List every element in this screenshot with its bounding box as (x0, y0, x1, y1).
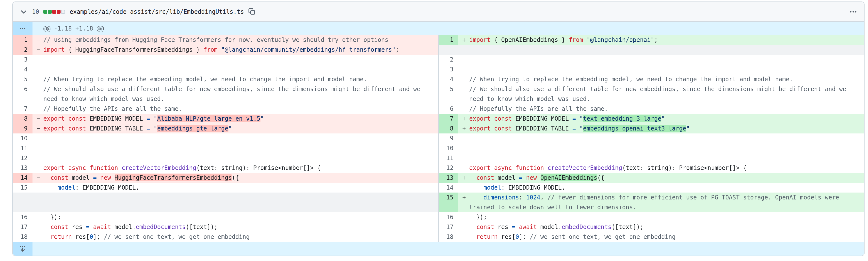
right-pane-line: 12export async function createVectorEmbe… (438, 163, 864, 173)
line-number[interactable]: 17 (439, 222, 458, 232)
left-pane-line: 2−import { HuggingFaceTransformersEmbedd… (13, 45, 438, 55)
diff-row: 109 (13, 134, 864, 143)
diff-sign (32, 212, 43, 222)
line-number[interactable]: 4 (439, 75, 458, 84)
code-text: model: EMBEDDING_MODEL, (43, 183, 438, 193)
right-pane-line: 9 (438, 134, 864, 143)
diff-page: 10 examples/ai/code_assist/src/lib/Embed… (0, 1, 868, 261)
line-number[interactable]: 1 (439, 35, 458, 45)
line-number[interactable]: 4 (13, 64, 32, 75)
code-text: // We should also use a different table … (469, 84, 864, 94)
left-pane-line: 15 model: EMBEDDING_MODEL, (13, 183, 438, 193)
code-text: need to know which model was used. (43, 94, 438, 104)
line-number[interactable]: 5 (13, 75, 32, 84)
line-number[interactable]: 7 (13, 104, 32, 114)
left-pane-line: 11 (13, 143, 438, 153)
line-number[interactable]: 6 (439, 104, 458, 114)
code-text: const res = await model.embedDocuments([… (469, 222, 864, 232)
chevron-down-icon[interactable] (20, 8, 28, 16)
line-number[interactable]: 18 (13, 232, 32, 242)
diff-sign: − (32, 114, 43, 124)
line-number[interactable]: 15 (13, 183, 32, 193)
line-number[interactable]: 17 (13, 222, 32, 232)
code-text: export const EMBEDDING_TABLE = "embeddin… (469, 124, 864, 134)
line-number[interactable]: 13 (439, 173, 458, 183)
line-number[interactable]: 14 (439, 183, 458, 193)
right-pane-line: 6// Hopefully the APIs are all the same. (438, 104, 864, 114)
left-pane-line: 9−export const EMBEDDING_TABLE = "embedd… (13, 124, 438, 134)
code-text: }); (43, 212, 438, 222)
code-text (43, 134, 438, 143)
diff-sign: + (458, 35, 469, 45)
diff-sign: + (458, 114, 469, 124)
line-number[interactable]: 15 (439, 193, 458, 202)
line-number (439, 94, 458, 104)
expand-row (13, 242, 864, 256)
diff-sign (458, 143, 469, 153)
diff-sign: − (32, 173, 43, 183)
code-text (43, 153, 438, 163)
line-number[interactable]: 6 (13, 84, 32, 94)
left-pane-line: 7// Hopefully the APIs are all the same. (13, 104, 438, 114)
diff-row: 15+ dimensions: 1024, // fewer dimension… (13, 193, 864, 202)
diff-row: 5// When trying to replace the embedding… (13, 75, 864, 84)
line-number[interactable]: 5 (439, 84, 458, 94)
code-text: const res = await model.embedDocuments([… (43, 222, 438, 232)
code-text: // When trying to replace the embedding … (43, 75, 438, 84)
diff-stat-square-addition (48, 9, 52, 13)
diff-row: 17 const res = await model.embedDocument… (13, 222, 864, 232)
diff-sign (32, 232, 43, 242)
code-text: return res[0]; // we sent one text, we g… (43, 232, 438, 242)
code-text: export async function createVectorEmbedd… (43, 163, 438, 173)
code-text (469, 153, 864, 163)
line-number[interactable]: 8 (439, 124, 458, 134)
line-number[interactable]: 7 (439, 114, 458, 124)
kebab-horizontal-icon[interactable] (849, 8, 857, 16)
line-number[interactable]: 2 (13, 45, 32, 55)
line-number[interactable]: 16 (13, 212, 32, 222)
line-number[interactable]: 11 (439, 153, 458, 163)
left-pane-line: 3 (13, 55, 438, 64)
line-number[interactable]: 1 (13, 35, 32, 45)
line-number[interactable]: 12 (439, 163, 458, 173)
left-pane-line: 5// When trying to replace the embedding… (13, 75, 438, 84)
fold-down-icon[interactable] (13, 242, 32, 256)
right-pane-line: 10 (438, 143, 864, 153)
right-pane-line: 13+ const model = new OpenAIEmbeddings({ (438, 173, 864, 183)
line-number (13, 202, 32, 212)
diff-sign (458, 94, 469, 104)
line-number[interactable]: 9 (439, 134, 458, 143)
line-number[interactable]: 8 (13, 114, 32, 124)
right-pane-line: 2 (438, 55, 864, 64)
line-number[interactable]: 9 (13, 124, 32, 134)
diff-sign (458, 202, 469, 212)
diff-row: 43 (13, 64, 864, 75)
right-pane-line: 1+import { OpenAIEmbeddings } from "@lan… (438, 35, 864, 45)
line-number[interactable]: 2 (439, 55, 458, 64)
left-pane-line: 10 (13, 134, 438, 143)
line-number[interactable]: 3 (13, 55, 32, 64)
diff-sign (32, 153, 43, 163)
right-pane-line: 4// When trying to replace the embedding… (438, 75, 864, 84)
line-number[interactable]: 11 (13, 143, 32, 153)
line-number[interactable]: 3 (439, 64, 458, 75)
diff-sign (32, 202, 43, 212)
diff-stat-square-deletion (57, 9, 61, 13)
hunk-ellipsis-icon[interactable] (13, 22, 32, 35)
line-number[interactable]: 10 (13, 134, 32, 143)
line-number[interactable]: 13 (13, 163, 32, 173)
code-text: export async function createVectorEmbedd… (469, 163, 864, 173)
line-number[interactable]: 18 (439, 232, 458, 242)
diff-sign: − (32, 45, 43, 55)
line-number[interactable]: 16 (439, 212, 458, 222)
copy-icon[interactable] (248, 8, 256, 15)
line-number[interactable]: 14 (13, 173, 32, 183)
line-number[interactable]: 10 (439, 143, 458, 153)
code-text: need to know which model was used. (469, 94, 864, 104)
line-number[interactable]: 12 (13, 153, 32, 163)
diff-sign: − (32, 124, 43, 134)
right-pane-line: need to know which model was used. (438, 94, 864, 104)
diff-row: 1211 (13, 153, 864, 163)
diff-row: trained to scale down well to fewer dime… (13, 202, 864, 212)
file-header: 10 examples/ai/code_assist/src/lib/Embed… (13, 2, 864, 22)
